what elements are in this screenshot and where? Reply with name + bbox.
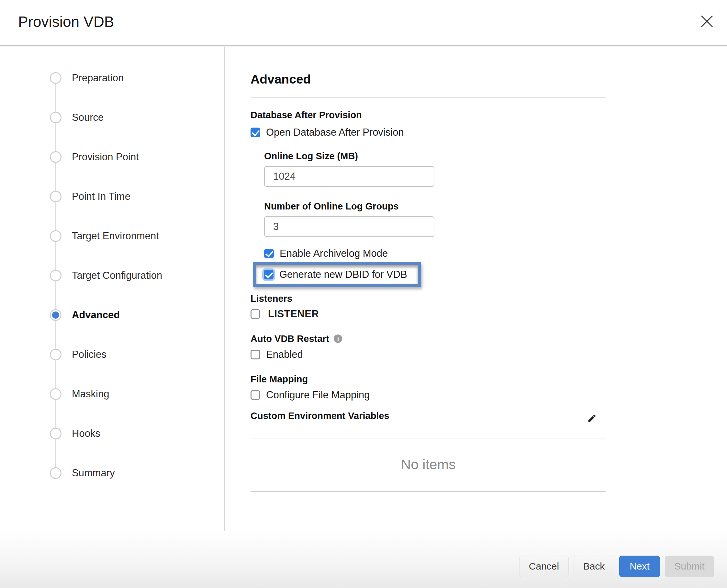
step-label: Target Configuration [72,270,162,281]
enable-archivelog-checkbox[interactable] [264,249,274,258]
enable-archivelog-label: Enable Archivelog Mode [280,248,388,259]
generate-dbid-checkbox[interactable] [264,270,274,279]
next-button[interactable]: Next [619,555,660,577]
close-icon[interactable] [699,14,715,29]
sidebar-item-preparation[interactable]: Preparation [50,72,124,84]
section-auto-vdb-restart: Auto VDB Restart i [251,333,606,344]
section-database-after-provision: Database After Provision [251,109,606,121]
divider [251,438,606,438]
online-log-groups-input[interactable] [264,216,434,237]
dialog-footer: Cancel Back Next Submit [0,531,727,588]
sidebar-item-advanced[interactable]: Advanced [50,309,120,321]
open-database-checkbox[interactable] [251,128,260,137]
divider [251,98,606,98]
edit-pencil-icon[interactable] [587,414,597,424]
open-database-checkbox-row: Open Database After Provision [251,127,606,138]
online-log-size-input[interactable] [264,166,434,187]
dialog-header: Provision VDB [0,0,727,46]
online-log-groups-label: Number of Online Log Groups [264,201,606,212]
auto-restart-enabled-label: Enabled [266,349,303,360]
info-icon[interactable]: i [334,334,342,343]
sidebar-item-target-configuration[interactable]: Target Configuration [50,270,162,281]
generate-dbid-label: Generate new DBID for VDB [279,269,407,280]
step-label: Summary [72,467,115,479]
section-custom-env-vars: Custom Environment Variables [251,410,389,421]
step-label: Preparation [72,72,124,84]
enabled-checkbox-row: Enabled [251,349,606,360]
online-log-size-label: Online Log Size (MB) [264,151,606,162]
step-dot [50,230,62,242]
listener-checkbox-row: LISTENER [251,309,606,320]
sidebar-item-source[interactable]: Source [50,112,104,123]
generate-dbid-highlight-box: Generate new DBID for VDB [253,262,421,287]
step-label: Advanced [72,309,120,321]
step-label: Target Environment [72,230,159,242]
listener-label: LISTENER [268,309,319,320]
section-file-mapping: File Mapping [251,374,606,385]
step-dot [50,151,62,163]
submit-button[interactable]: Submit [665,555,714,577]
sidebar-item-masking[interactable]: Masking [50,388,109,400]
step-dot [50,112,62,123]
advanced-panel: Advanced Database After Provision Open D… [251,47,606,492]
step-label: Source [72,112,104,123]
page-title: Provision VDB [18,13,114,30]
open-database-label: Open Database After Provision [266,127,404,138]
sidebar-item-provision-point[interactable]: Provision Point [50,151,139,163]
listener-checkbox[interactable] [251,309,260,319]
step-dot [50,191,62,202]
step-label: Point In Time [72,191,130,202]
sidebar-item-policies[interactable]: Policies [50,349,106,360]
step-label: Policies [72,349,106,360]
step-dot [50,388,62,400]
configure-file-mapping-label: Configure File Mapping [266,390,370,401]
step-dot [50,349,62,360]
section-listeners: Listeners [251,293,606,304]
back-button[interactable]: Back [574,555,614,577]
enable-archivelog-checkbox-row: Enable Archivelog Mode [264,248,606,259]
step-dot [50,428,62,439]
cancel-button[interactable]: Cancel [519,555,569,577]
step-label: Provision Point [72,151,139,163]
step-label: Hooks [72,428,100,439]
step-dot [50,72,62,84]
generate-dbid-checkbox-row: Generate new DBID for VDB [264,269,418,280]
sidebar-item-target-environment[interactable]: Target Environment [50,230,159,242]
step-dot [50,467,62,479]
sidebar-item-hooks[interactable]: Hooks [50,428,100,439]
step-dot-active [50,309,62,321]
sidebar-item-summary[interactable]: Summary [50,467,115,479]
step-dot [50,270,62,281]
empty-list-text: No items [251,457,606,472]
auto-vdb-restart-label: Auto VDB Restart [251,333,329,344]
provision-vdb-dialog: Provision VDB Preparation Source Provisi… [0,0,727,588]
sidebar-item-point-in-time[interactable]: Point In Time [50,191,130,202]
custom-env-vars-header: Custom Environment Variables [251,410,606,424]
auto-restart-enabled-checkbox[interactable] [251,350,260,359]
configure-file-mapping-checkbox-row: Configure File Mapping [251,390,606,401]
panel-heading: Advanced [251,72,606,87]
sidebar-divider [224,47,225,541]
divider [251,491,606,492]
step-label: Masking [72,388,109,400]
configure-file-mapping-checkbox[interactable] [251,390,260,400]
